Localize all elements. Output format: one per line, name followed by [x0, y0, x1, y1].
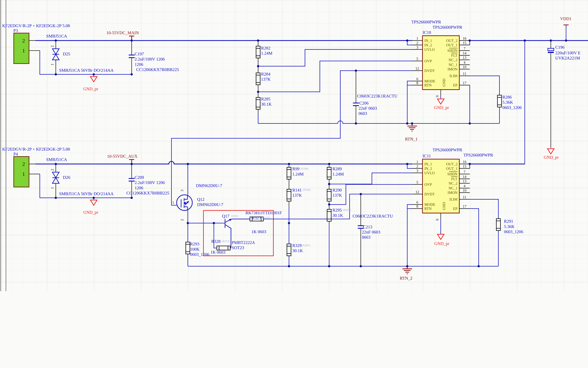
r289-value: 1.24M: [332, 172, 344, 176]
schematic-canvas: KF2EDGV/R-2P + KF2EDGK-2P 5.08P321SMBJ51…: [0, 0, 588, 291]
pin-name: MODE: [424, 202, 435, 207]
r282-ref: R282: [261, 46, 270, 50]
gnd-pr-ic10: GND_pr: [434, 105, 449, 110]
r291-ref: R291: [504, 219, 513, 224]
c206-mpn: C0603C223K1RACTU: [357, 94, 397, 98]
r141-value: 137K: [292, 193, 302, 198]
pin-name: IMON: [448, 67, 458, 71]
r141-resistor: [287, 189, 291, 201]
d26-desc: SMBJ51CA 56VBr DO/214AA: [59, 191, 114, 196]
pin-name: FLT: [451, 177, 458, 181]
net-main: 10-55VDC_MAIN: [106, 30, 139, 35]
q12-part-top: DMN62D0U-7: [196, 183, 222, 188]
r285-ref: R285: [261, 97, 270, 101]
c213-size: 0603: [362, 235, 370, 239]
d25-pin1: 1: [50, 64, 54, 65]
pin-number: 1: [416, 160, 418, 164]
connector-p4: [14, 156, 29, 187]
q12-pin3: 3: [180, 190, 184, 192]
pin-number: 11: [463, 195, 466, 199]
r99-ghost: (R289): [301, 167, 308, 170]
pin-number: 15: [463, 41, 466, 45]
r286-ref: R286: [503, 95, 512, 100]
pin-name: SHDN: [447, 172, 458, 176]
pin-name: SHDN: [447, 49, 458, 53]
d25-ref: D25: [63, 52, 70, 56]
pin-number: 2: [416, 164, 418, 168]
pin-name: IMON: [448, 191, 458, 195]
r284-resistor: [256, 73, 260, 85]
p3-pin1: 1: [22, 48, 25, 54]
q17-ref: Q17: [222, 214, 230, 219]
pin-number: 16: [463, 160, 466, 164]
pin-name: OUT_1: [446, 43, 458, 47]
q17-ghost: (Q16): [231, 214, 238, 217]
gnd-pr-aux-left: GND_pr: [83, 210, 98, 215]
c196-mpn: UVK2A221M: [555, 56, 580, 60]
pin-number: 17: [463, 81, 466, 85]
gnd-pr-c196: GND_pr: [544, 155, 559, 160]
r329-resistor: [287, 244, 291, 256]
ic11-ref: IC11: [423, 154, 431, 158]
pin-number: 3: [416, 169, 418, 173]
pin-name: NC_2: [449, 58, 458, 62]
r329-ref: R329: [292, 243, 302, 248]
pin-name: MODE: [424, 79, 435, 83]
c197-value: 2.2uF/100V 1206: [135, 57, 165, 62]
pin-name: OUT_1: [446, 166, 458, 171]
r291-value: 5.36K: [504, 224, 514, 229]
r293-size: 0603_1206: [190, 252, 209, 257]
pin-number-gnd: 9: [435, 219, 439, 221]
r141-ref: R141: [292, 188, 302, 193]
rtn2-label: RTN_2: [400, 276, 413, 281]
q17-package: SOT23: [232, 245, 244, 250]
d25-pin2: 2: [50, 45, 54, 47]
d25-part: SMBJ51CA: [46, 34, 67, 38]
r293-resistor: [186, 242, 190, 254]
r286-value: 5.36K: [503, 100, 513, 105]
pin-name: RTN: [424, 207, 432, 211]
q12-part: DMN62D0U-7: [197, 202, 223, 207]
r327-mpn: RK73H1JTTD1001F: [245, 211, 282, 215]
r284-ref: R284: [261, 72, 270, 76]
r291-resistor: [496, 219, 500, 230]
r141-ghost: (R290): [303, 188, 311, 191]
r328-resistor: [217, 246, 230, 250]
p3-pin2: 2: [22, 38, 25, 44]
r293-ref: R293: [190, 242, 199, 246]
pin-number: 8: [416, 204, 418, 208]
pin-name: IN_2: [424, 43, 432, 47]
pin-number: 16: [463, 36, 466, 40]
ic11-part-label: TPS26600PWPR: [432, 147, 462, 152]
pin-name: EP: [453, 207, 458, 211]
q17-part: PMBT2222A: [232, 240, 255, 245]
pin-name: IN_1: [424, 38, 432, 43]
pin-name: OUT_2: [446, 38, 458, 43]
r295-value: 30.1K: [332, 213, 343, 218]
rtn1-label: RTN_1: [405, 137, 418, 141]
r99-value: 1.24M: [292, 172, 304, 176]
pin-number: 14: [463, 175, 466, 179]
r293-value: 100K: [190, 247, 200, 252]
pin-number: 12: [415, 190, 419, 194]
r327-value: 1K 0603: [251, 229, 266, 234]
pin-name: OVP: [424, 59, 432, 63]
r329-ghost: (R285): [302, 244, 310, 247]
r329-value: 30.1K: [292, 248, 303, 253]
c209-size: 1206: [135, 185, 143, 190]
c206-size: 0603: [358, 111, 367, 116]
pin-name: UVLO: [424, 47, 435, 52]
pin-name: UVLO: [424, 171, 435, 175]
pin-name: RTN: [424, 83, 432, 87]
p4-pin2: 2: [22, 161, 25, 167]
pin-number: 4: [464, 60, 466, 64]
c209-ref: C209: [135, 175, 144, 180]
connector-p4-ref: P4: [13, 152, 18, 156]
p4-pin1: 1: [22, 171, 25, 177]
r285-resistor: [256, 97, 260, 109]
pin-number: 13: [463, 179, 466, 183]
pin-number: 11: [463, 72, 466, 76]
connector-p3-ref: P3: [13, 28, 18, 33]
r289-ref: R289: [332, 166, 342, 171]
c196-minus-plate: [548, 52, 554, 53]
